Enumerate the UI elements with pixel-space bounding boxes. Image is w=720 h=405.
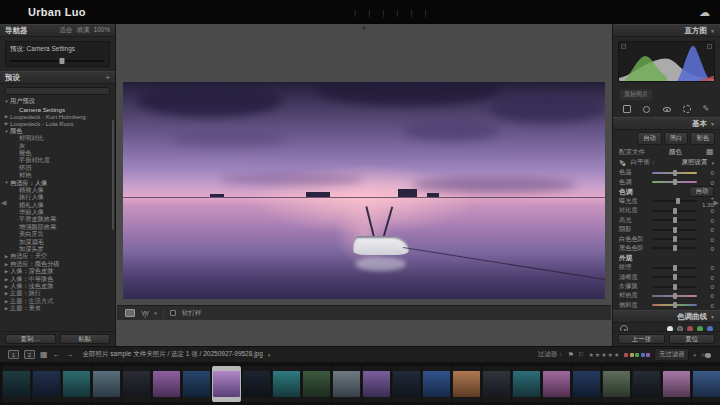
slider-value[interactable]: 0 (697, 283, 714, 290)
preset-item[interactable]: 褪色 (0, 150, 115, 157)
add-preset-button[interactable]: + (106, 73, 110, 82)
filmstrip-thumbnail[interactable] (453, 371, 480, 397)
disclosure-triangle-icon[interactable]: ▶ (3, 269, 10, 274)
filmstrip-thumbnail[interactable] (33, 371, 60, 397)
color-label-chip[interactable] (635, 353, 639, 357)
previous-button[interactable]: 上一张 (618, 334, 665, 344)
healing-tool-icon[interactable] (641, 104, 652, 114)
slider-value[interactable]: 0 (697, 179, 714, 186)
masking-tool-icon[interactable] (681, 104, 692, 114)
slider-track[interactable] (652, 229, 697, 231)
tone-curve-header[interactable]: 色调曲线 ▼ (613, 310, 720, 323)
filmstrip-thumbnail[interactable] (153, 371, 180, 397)
filmstrip-thumbnail[interactable] (123, 371, 150, 397)
filmstrip-thumbnail[interactable] (573, 371, 600, 397)
slider-value[interactable]: 0 (697, 217, 714, 224)
preset-item[interactable]: ▶ 主题：美食 (0, 305, 115, 311)
disclosure-triangle-icon[interactable]: ▶ (3, 254, 10, 259)
filmstrip-thumbnail[interactable] (423, 371, 450, 397)
wb-eyedropper-icon[interactable]: ✐ (618, 159, 628, 167)
filmstrip-thumbnail[interactable] (183, 371, 210, 397)
slider-knob[interactable] (673, 227, 677, 233)
second-window-button[interactable]: 2 (24, 350, 35, 359)
zoom-slider-knob[interactable] (60, 58, 65, 64)
filmstrip-cell[interactable] (662, 366, 691, 402)
disclosure-triangle-icon[interactable]: ▶ (3, 262, 10, 267)
profile-value-dropdown[interactable]: 颜色 (669, 148, 682, 157)
slider-knob[interactable] (673, 245, 677, 251)
slider-value[interactable]: 0 (697, 207, 714, 214)
filter-toggle-switch[interactable] (700, 352, 712, 358)
slider-knob[interactable] (676, 198, 680, 204)
back-arrow-icon[interactable]: ← (53, 350, 61, 359)
presets-header[interactable]: 预设 + (0, 71, 115, 84)
filmstrip-cell[interactable] (542, 366, 571, 402)
paste-settings-button[interactable]: 粘贴 (60, 334, 111, 344)
basic-header[interactable]: 基本 ▼ (613, 117, 720, 130)
navigator-zoom-slider[interactable] (10, 60, 105, 62)
preset-item[interactable]: ▼ 自适应：人像 (0, 179, 115, 186)
zoom-option[interactable]: 适合 (59, 26, 72, 35)
slider-value[interactable]: 0 (697, 169, 714, 176)
slider-knob[interactable] (673, 236, 677, 242)
treatment-button[interactable]: 自动 (637, 132, 662, 145)
filmstrip-cell[interactable] (302, 366, 331, 402)
preset-search-input[interactable] (5, 87, 110, 95)
breadcrumb-dropdown-arrow[interactable]: ▾ (268, 352, 271, 358)
preset-item[interactable]: 华丽人像 (0, 209, 115, 216)
zoom-option[interactable]: 100% (93, 26, 110, 35)
treatment-button[interactable]: 彩色 (690, 132, 715, 145)
main-window-button[interactable]: 1 (8, 350, 19, 359)
filmstrip-cell[interactable] (512, 366, 541, 402)
filmstrip-thumbnail[interactable] (243, 371, 270, 397)
histogram-collapse-arrow[interactable]: ▼ (710, 28, 715, 34)
slider-track[interactable] (652, 181, 697, 183)
filmstrip-cell[interactable] (572, 366, 601, 402)
flag-reject-icon[interactable]: ⚐ (578, 351, 584, 359)
disclosure-triangle-icon[interactable]: ▶ (3, 121, 10, 126)
slider-knob[interactable] (673, 217, 677, 223)
filmstrip-thumbnail[interactable] (63, 371, 90, 397)
preset-item[interactable]: ▼ 用户预设 (0, 98, 115, 105)
disclosure-triangle-icon[interactable]: ▶ (3, 306, 10, 311)
filmstrip-cell[interactable] (602, 366, 631, 402)
slider-track[interactable] (652, 295, 697, 297)
disclosure-triangle-icon[interactable]: ▶ (3, 299, 10, 304)
filmstrip-cell[interactable] (632, 366, 661, 402)
disclosure-triangle-icon[interactable]: ▼ (3, 129, 10, 134)
disclosure-triangle-icon[interactable]: ▶ (3, 114, 10, 119)
filmstrip-cell[interactable] (32, 366, 61, 402)
slider-knob[interactable] (673, 302, 677, 308)
filmstrip-cell[interactable] (122, 366, 151, 402)
disclosure-triangle-icon[interactable]: ▼ (3, 180, 10, 185)
color-label-chip[interactable] (624, 353, 628, 357)
star-rating-filter[interactable]: ★★★★★ (588, 351, 620, 358)
slider-value[interactable]: 0 (697, 226, 714, 233)
slider-track[interactable] (652, 200, 697, 202)
filmstrip-thumbnail[interactable] (393, 371, 420, 397)
flag-pick-icon[interactable]: ⚑ (568, 351, 574, 359)
filmstrip-thumbnail[interactable] (3, 371, 30, 397)
filmstrip-cell[interactable] (242, 366, 271, 402)
slider-knob[interactable] (673, 208, 677, 214)
filmstrip-cell[interactable] (452, 366, 481, 402)
filmstrip-cell[interactable] (272, 366, 301, 402)
preset-item[interactable]: 灰 (0, 142, 115, 149)
filmstrip-thumbnail[interactable] (273, 371, 300, 397)
filmstrip-thumbnail[interactable] (543, 371, 570, 397)
preset-item[interactable]: Camera Settings (0, 105, 115, 112)
slider-value[interactable]: 0 (697, 264, 714, 271)
filmstrip-cell[interactable] (392, 366, 421, 402)
filmstrip-cell[interactable] (182, 366, 211, 402)
left-scrollbar[interactable] (112, 120, 114, 230)
color-label-chip[interactable] (641, 353, 645, 357)
preset-item[interactable]: 怀旧 (0, 165, 115, 172)
profile-browser-icon[interactable]: ▦ (706, 148, 714, 156)
slider-track[interactable] (652, 286, 697, 288)
preset-item[interactable]: 增强眼部效果 (0, 224, 115, 231)
filmstrip-thumbnail[interactable] (483, 371, 510, 397)
slider-track[interactable] (652, 172, 697, 174)
filter-preset-dropdown[interactable]: 无过滤器 (654, 348, 689, 361)
slider-track[interactable] (652, 276, 697, 278)
disclosure-triangle-icon[interactable]: ▶ (3, 284, 10, 289)
